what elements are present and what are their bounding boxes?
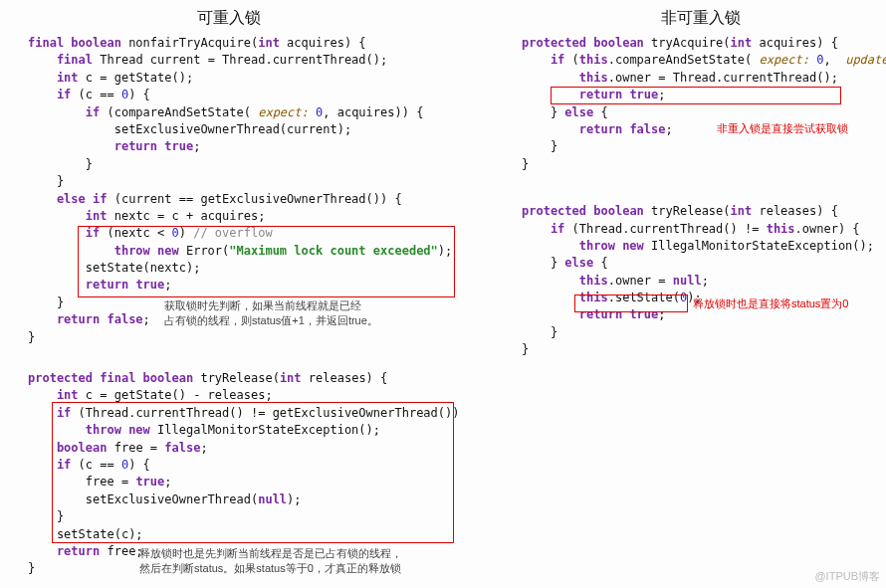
t: );: [438, 244, 452, 258]
kw: if: [522, 222, 564, 236]
kw: boolean: [586, 204, 644, 218]
param: expect:: [752, 53, 816, 67]
kw: true: [157, 139, 193, 153]
t: .setState(: [608, 291, 680, 304]
t: .owner =: [608, 274, 673, 288]
t: .owner) {: [795, 222, 860, 236]
kw: int: [28, 209, 107, 223]
string: "Maximum lock count exceeded": [229, 244, 438, 258]
right-note-1: 非重入锁是直接尝试获取锁: [717, 121, 848, 136]
kw: return: [28, 278, 128, 292]
t: setState(nextc);: [28, 261, 200, 275]
kw: if: [28, 105, 100, 119]
kw: return: [28, 139, 157, 153]
kw: if: [28, 88, 71, 101]
t: }: [522, 157, 529, 171]
t: Thread current = Thread.currentThread();: [93, 53, 387, 67]
t: }: [522, 105, 564, 119]
t: acquires) {: [280, 36, 366, 50]
t: }: [28, 295, 64, 309]
kw: protected: [522, 204, 586, 218]
t: free;: [100, 544, 142, 558]
left-note-1: 获取锁时先判断，如果当前线程就是已经 占有锁的线程，则status值+1，并返回…: [164, 298, 378, 328]
kw: int: [28, 388, 79, 402]
kw: if: [28, 226, 100, 240]
t: releases) {: [302, 371, 388, 385]
kw: int: [731, 36, 753, 50]
kw: return: [28, 312, 100, 326]
kw: boolean: [135, 371, 193, 385]
t: (c ==: [71, 88, 121, 101]
kw: false: [622, 122, 665, 136]
kw: true: [622, 307, 658, 321]
t: }: [522, 325, 557, 339]
t: c = getState();: [79, 71, 194, 85]
t: , acquires)) {: [323, 105, 423, 119]
t: ;: [658, 88, 665, 101]
t: (Thread.currentThread() !=: [564, 222, 766, 236]
right-code-2: protected boolean tryRelease(int release…: [522, 203, 880, 359]
t: ;: [164, 475, 171, 489]
t: (compareAndSetState(: [100, 105, 251, 119]
kw: return: [522, 88, 622, 101]
t: tryRelease(: [193, 371, 280, 385]
kw: if: [522, 53, 564, 67]
t: }: [28, 174, 64, 188]
kw: final: [93, 371, 135, 385]
t: }: [28, 157, 93, 171]
param: update:: [845, 53, 886, 67]
t: (current == getExclusiveOwnerThread()) {: [107, 192, 401, 206]
t: nextc = c + acquires;: [107, 209, 265, 223]
kw: boolean: [28, 441, 107, 455]
right-note-2: 释放锁时也是直接将status置为0: [693, 296, 848, 311]
t: {: [593, 105, 607, 119]
t: tryAcquire(: [644, 36, 731, 50]
left-title: 可重入锁: [0, 0, 458, 35]
t: ;: [193, 139, 200, 153]
kw: null: [673, 274, 702, 288]
t: }: [522, 342, 529, 356]
kw: this: [767, 222, 795, 236]
kw: throw new: [522, 239, 644, 253]
t: .compareAndSetState(: [608, 53, 753, 67]
left-note-2: 释放锁时也是先判断当前线程是否是已占有锁的线程， 然后在判断status。如果s…: [139, 546, 402, 576]
t: c = getState() - releases;: [79, 388, 273, 402]
t: IllegalMonitorStateException();: [150, 423, 380, 437]
kw: throw new: [28, 244, 179, 258]
kw: this: [522, 291, 608, 304]
kw: else: [564, 256, 593, 270]
kw: null: [258, 492, 287, 506]
kw: protected: [522, 36, 586, 50]
t: ) {: [128, 88, 150, 101]
kw: int: [280, 371, 302, 385]
t: releases) {: [752, 204, 838, 218]
t: Error(: [179, 244, 230, 258]
t: .owner = Thread.currentThread();: [608, 71, 838, 85]
t: (nextc <: [100, 226, 171, 240]
t: acquires) {: [752, 36, 838, 50]
t: ;: [658, 307, 665, 321]
t: }: [28, 330, 35, 344]
kw: if: [28, 458, 71, 472]
t: tryRelease(: [644, 204, 731, 218]
kw: int: [258, 36, 280, 50]
t: free =: [28, 475, 135, 489]
t: ;: [666, 122, 673, 136]
kw: this: [579, 53, 608, 67]
kw: final: [28, 36, 64, 50]
t: {: [593, 256, 607, 270]
t: ;: [143, 312, 150, 326]
t: setExclusiveOwnerThread(: [28, 492, 258, 506]
kw: else if: [28, 192, 107, 206]
t: (Thread.currentThread() != getExclusiveO…: [71, 406, 459, 420]
kw: return: [28, 544, 100, 558]
kw: true: [622, 88, 658, 101]
kw: if: [28, 406, 71, 420]
page: 可重入锁 final boolean nonfairTryAcquire(int…: [0, 0, 886, 588]
t: ) {: [128, 458, 150, 472]
t: }: [522, 139, 557, 153]
left-column: 可重入锁 final boolean nonfairTryAcquire(int…: [0, 0, 458, 578]
kw: throw new: [28, 423, 150, 437]
t: IllegalMonitorStateException();: [644, 239, 874, 253]
t: (c ==: [71, 458, 121, 472]
